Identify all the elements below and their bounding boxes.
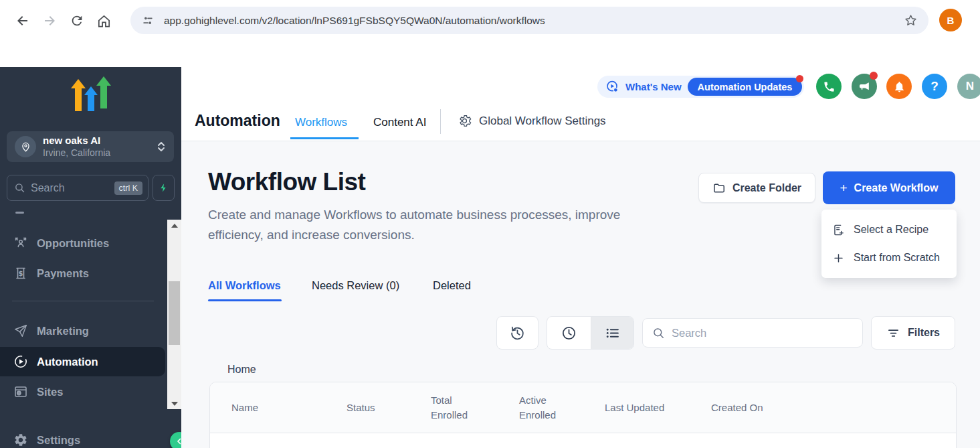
list-icon — [604, 325, 621, 342]
home-icon — [96, 13, 112, 29]
location-switcher[interactable]: new oaks AI Irvine, California — [7, 131, 174, 162]
list-view-button[interactable] — [591, 317, 634, 349]
sidebar-collapse-button[interactable] — [170, 432, 181, 448]
megaphone-icon — [858, 80, 871, 93]
sidebar-search[interactable]: ctrl K — [7, 175, 149, 201]
bookmarks-bar: All Bookmarks — [0, 40, 980, 67]
browser-home-button[interactable] — [94, 11, 113, 30]
sidebar-item-label: Automation — [37, 356, 98, 368]
workflow-table: Name Status Total Enrolled Active Enroll… — [209, 382, 957, 448]
bell-icon — [893, 80, 906, 93]
gohighlevel-logo — [69, 75, 113, 114]
notifications-button[interactable] — [886, 74, 912, 99]
phone-button[interactable] — [816, 74, 842, 99]
user-avatar[interactable]: N — [957, 74, 980, 99]
create-folder-button[interactable]: Create Folder — [698, 173, 815, 203]
clock-icon — [561, 325, 577, 342]
tab-workflows[interactable]: Workflows — [295, 116, 347, 129]
whats-new-button[interactable]: What's New Automation Updates — [597, 76, 804, 98]
search-icon — [652, 327, 665, 340]
question-mark-icon: ? — [930, 79, 939, 94]
sites-icon — [13, 384, 28, 399]
automation-updates-badge[interactable]: Automation Updates — [688, 78, 803, 96]
browser-profile-avatar[interactable]: B — [939, 9, 962, 31]
filters-label: Filters — [908, 327, 940, 339]
quick-actions-button[interactable] — [153, 175, 175, 201]
sidebar-item-label: Opportunities — [37, 237, 109, 250]
announcements-button[interactable] — [852, 74, 877, 99]
settings-gear-icon — [13, 433, 28, 447]
menu-item-select-recipe[interactable]: Select a Recipe — [821, 216, 957, 244]
column-header-created-on: Created On — [711, 382, 763, 433]
sidebar-item-opportunities[interactable]: Opportunities — [0, 228, 165, 258]
create-workflow-label: Create Workflow — [854, 182, 939, 194]
header-divider — [440, 109, 441, 134]
sidebar-search-input[interactable] — [31, 182, 114, 194]
address-bar[interactable]: app.gohighlevel.com/v2/location/lnPS691g… — [130, 7, 928, 34]
location-subtitle: Irvine, California — [43, 147, 157, 159]
forward-arrow-icon — [41, 13, 58, 29]
site-info-icon — [141, 14, 155, 27]
bookmark-star-button[interactable] — [904, 13, 918, 27]
global-workflow-settings-button[interactable]: Global Workflow Settings — [458, 114, 606, 128]
plus-icon: + — [840, 181, 847, 194]
browser-back-button[interactable] — [13, 11, 32, 30]
sidebar-item-label: Payments — [37, 267, 89, 280]
browser-reload-button[interactable] — [68, 11, 86, 30]
partial-nav-icon — [15, 212, 24, 214]
scroll-up-arrow[interactable] — [167, 220, 181, 231]
reload-icon — [70, 13, 84, 28]
sidebar-divider — [12, 301, 154, 301]
tab-all-workflows[interactable]: All Workflows — [208, 279, 281, 292]
sidebar-item-automation[interactable]: Automation — [0, 347, 165, 376]
table-header-row: Name Status Total Enrolled Active Enroll… — [210, 382, 956, 433]
svg-text:$: $ — [19, 270, 23, 277]
column-header-active-enrolled: Active Enrolled — [519, 382, 563, 433]
browser-forward-button[interactable] — [40, 11, 59, 30]
sidebar-item-marketing[interactable]: Marketing — [0, 316, 165, 346]
chevron-left-icon — [175, 437, 181, 446]
history-button[interactable] — [496, 316, 538, 350]
page-section-title: Automation — [195, 112, 280, 130]
create-workflow-button[interactable]: + Create Workflow — [823, 171, 955, 204]
tab-deleted[interactable]: Deleted — [433, 279, 471, 292]
sidebar-item-label: Marketing — [37, 325, 89, 338]
help-button[interactable]: ? — [922, 74, 947, 99]
page-title: Workflow List — [208, 168, 365, 196]
sidebar: new oaks AI Irvine, California ctrl K Op… — [0, 67, 181, 448]
table-row — [210, 433, 956, 448]
filter-icon — [886, 326, 900, 340]
recipe-document-icon — [832, 224, 845, 236]
tab-content-ai[interactable]: Content AI — [373, 116, 426, 129]
sidebar-item-sites[interactable]: Sites — [0, 377, 165, 406]
workflow-search-input[interactable] — [672, 327, 853, 340]
menu-item-label: Start from Scratch — [854, 252, 940, 264]
filters-button[interactable]: Filters — [871, 316, 955, 350]
sidebar-scrollbar[interactable] — [167, 220, 181, 409]
column-header-name: Name — [231, 382, 258, 433]
menu-item-start-from-scratch[interactable]: Start from Scratch — [821, 244, 957, 272]
browser-toolbar: app.gohighlevel.com/v2/location/lnPS691g… — [0, 0, 980, 40]
star-icon — [904, 13, 918, 27]
scrollbar-thumb[interactable] — [169, 281, 180, 345]
create-workflow-dropdown: Select a Recipe Start from Scratch — [821, 210, 957, 278]
gear-icon — [458, 114, 472, 128]
sidebar-item-settings[interactable]: Settings — [0, 425, 165, 448]
scroll-down-arrow[interactable] — [167, 398, 181, 409]
location-name: new oaks AI — [43, 135, 157, 147]
automation-icon — [13, 354, 28, 369]
workflow-search[interactable] — [642, 318, 863, 348]
opportunities-icon — [13, 236, 28, 250]
column-header-total-enrolled: Total Enrolled — [431, 382, 475, 433]
recent-view-button[interactable] — [547, 317, 591, 349]
sidebar-item-payments[interactable]: $ Payments — [0, 258, 165, 288]
search-icon — [14, 182, 25, 194]
whats-new-label: What's New — [625, 81, 682, 92]
phone-icon — [823, 80, 836, 93]
tab-needs-review[interactable]: Needs Review (0) — [312, 279, 399, 292]
view-toggle — [547, 316, 634, 350]
breadcrumb-home[interactable]: Home — [227, 364, 256, 376]
notification-dot — [870, 72, 878, 80]
folder-icon — [712, 181, 726, 195]
sidebar-item-label: Settings — [37, 434, 80, 447]
